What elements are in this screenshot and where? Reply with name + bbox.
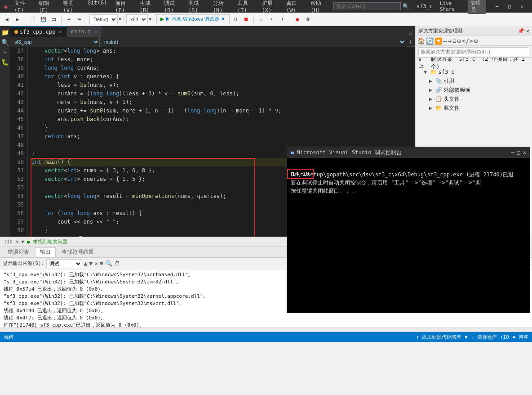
collapse-icon[interactable]: ⊟	[452, 37, 456, 45]
maximize-btn[interactable]: □	[503, 0, 516, 13]
menu-file[interactable]: 文件(F)	[11, 0, 34, 14]
tab-find-symbol[interactable]: 查找符号结果	[57, 247, 99, 257]
undo-btn[interactable]: ↩	[64, 14, 74, 24]
tree-item-外部依赖项[interactable]: ▶ 🔗外部依赖项	[417, 85, 531, 94]
settings2-icon[interactable]: ⚙	[474, 37, 478, 45]
tree-item-解决方案-'sf3_[interactable]: ▼ 🗂解决方案 'sf3_c' (2 个项目，共 2 个)	[417, 58, 531, 67]
tree-item-引用[interactable]: ▶ 📎引用	[417, 76, 531, 85]
step-out-btn[interactable]: ⬆	[278, 14, 288, 24]
run-debugger-btn[interactable]: ▶ ▶ 本地 Windows 调试器 ▼	[156, 14, 230, 24]
console-close-btn[interactable]: ✕	[523, 149, 526, 156]
title-search-input[interactable]	[333, 2, 401, 10]
close-panel-btn[interactable]: ✕	[526, 28, 529, 34]
search-side-icon[interactable]: 🔍	[0, 38, 9, 47]
code-line-41[interactable]: less = bs(nums, v);	[31, 81, 407, 90]
debug-config-combo[interactable]: Debug	[89, 14, 118, 24]
menu-project[interactable]: 项目(P)	[111, 0, 135, 14]
tree-item-label: 引用	[443, 77, 454, 85]
save-btn[interactable]: 💾	[38, 14, 48, 24]
live-share-btn[interactable]: Live Share	[440, 0, 465, 12]
arch-combo[interactable]: x64	[126, 14, 148, 24]
props-icon[interactable]: ⚙	[457, 37, 461, 45]
code-line-42[interactable]: curAns = (long long)(less + 1) * v - sum…	[31, 90, 407, 98]
stop-btn[interactable]: ⏹	[241, 14, 251, 24]
step-in-btn[interactable]: ⬇	[267, 14, 277, 24]
pin-icon[interactable]: 📌	[518, 28, 524, 34]
back-btn[interactable]: ◀	[2, 14, 12, 24]
filter-icon[interactable]: 🔽	[434, 37, 442, 45]
explorer-icon[interactable]: 📁	[0, 28, 9, 37]
console-min-btn[interactable]: ─	[511, 149, 514, 156]
console-max-btn[interactable]: □	[517, 149, 520, 156]
watch-btn[interactable]: 👁	[303, 14, 313, 24]
code-line-37[interactable]: vector<long long> ans;	[31, 47, 407, 55]
redo-btn[interactable]: ↪	[75, 14, 84, 24]
debug-side-icon[interactable]: 🐛	[0, 58, 9, 67]
back-sol-icon[interactable]: ←	[443, 37, 447, 45]
menu-git[interactable]: Git(G)	[84, 0, 111, 14]
menu-edit[interactable]: 编辑(E)	[35, 0, 58, 14]
tab-close-mainc[interactable]: ✕	[94, 29, 97, 34]
close-btn[interactable]: ×	[516, 0, 528, 13]
breakpoint-btn[interactable]: ●	[293, 14, 302, 24]
save-all-btn[interactable]: 🗃	[49, 14, 59, 24]
menu-build[interactable]: 生成(B)	[136, 0, 160, 14]
menu-analyze[interactable]: 分析(N)	[209, 0, 233, 14]
sep4	[124, 16, 124, 23]
new-file-btn[interactable]: 📄	[27, 14, 37, 24]
tab-close-sf3cpp[interactable]: ✕	[59, 29, 62, 34]
output-clock-icon[interactable]: ⏱	[114, 260, 120, 267]
tab-settings-btn[interactable]: ⚙	[407, 31, 415, 37]
output-search-icon[interactable]: 🔍	[105, 260, 112, 267]
solution-search-input[interactable]	[418, 47, 529, 56]
source-control-btn[interactable]: ↑ 添加到源代码管理 ▼	[416, 334, 468, 341]
forward-btn[interactable]: ▶	[13, 14, 22, 24]
output-wrap-icon[interactable]: ≡	[100, 260, 103, 267]
manage-btn[interactable]: 管理员	[468, 0, 486, 14]
menu-extend[interactable]: 扩展(X)	[258, 0, 282, 14]
tab-output[interactable]: 输出	[35, 247, 56, 257]
tab-sf3cpp[interactable]: sf3_cpp.cpp ✕	[10, 26, 67, 37]
add-tab-btn[interactable]: +	[406, 38, 415, 45]
code-line-47[interactable]: return ans;	[31, 132, 407, 141]
code-line-38[interactable]: int less, more;	[31, 55, 407, 64]
refresh-icon[interactable]: 🔄	[426, 37, 434, 45]
code-line-45[interactable]: ans.push_back(curAns);	[31, 115, 407, 124]
sep2	[61, 16, 62, 23]
output-up-icon[interactable]: ▲	[84, 260, 88, 267]
menu-tools[interactable]: 工具(T)	[234, 0, 257, 14]
git-icon[interactable]: ⑂	[0, 48, 9, 57]
code-line-44[interactable]: curAns += sum0(sum, more + 1, n - 1) - (…	[31, 107, 407, 115]
minimize-btn[interactable]: ─	[491, 0, 503, 13]
menu-debug[interactable]: 调试(D)	[160, 0, 184, 14]
code-line-40[interactable]: for (int v : queries) {	[31, 72, 407, 81]
code-icon[interactable]: </>	[462, 37, 473, 45]
scope-right-combo[interactable]: main()	[100, 37, 406, 47]
zoom-down-icon[interactable]: ▼	[21, 239, 24, 245]
forward-sol-icon[interactable]: →	[448, 37, 451, 45]
output-clear-icon[interactable]: ✕	[94, 260, 98, 267]
menu-window[interactable]: 窗口(W)	[283, 0, 306, 14]
code-line-43[interactable]: more = bs(nums, v + 1);	[31, 98, 407, 107]
zoom-level[interactable]: 110 %	[4, 239, 18, 245]
blog-btn[interactable]: ❤ 博客	[513, 334, 528, 341]
tab-mainc[interactable]: main.c ✕	[67, 26, 102, 37]
output-scrollbar[interactable]	[0, 328, 532, 332]
tree-item-头文件[interactable]: ▶ 📋头文件	[417, 94, 531, 103]
menu-help[interactable]: 帮助(H)	[307, 0, 330, 14]
scope-left-combo[interactable]: sf3_cpp	[10, 37, 100, 47]
pause-btn[interactable]: ⏸	[231, 14, 240, 24]
output-source-select[interactable]: 调试	[46, 259, 82, 268]
output-down-icon[interactable]: ▼	[89, 260, 93, 267]
step-over-btn[interactable]: ⬦	[256, 14, 266, 24]
home-icon[interactable]: 🏠	[417, 37, 425, 45]
title-search-area: 🔍	[333, 2, 409, 10]
code-line-46[interactable]: }	[31, 124, 407, 132]
console-icon: ◼	[291, 149, 294, 156]
menu-test[interactable]: 测试(S)	[185, 0, 208, 14]
code-line-39[interactable]: long long curAns;	[31, 64, 407, 72]
tab-error-list[interactable]: 错误列表	[3, 247, 34, 257]
tree-item-源文件[interactable]: ▶ 📂源文件	[417, 103, 531, 112]
menu-view[interactable]: 视图(V)	[59, 0, 83, 14]
repo-btn[interactable]: ⑂ 选择仓库 ↑IO	[471, 334, 509, 341]
